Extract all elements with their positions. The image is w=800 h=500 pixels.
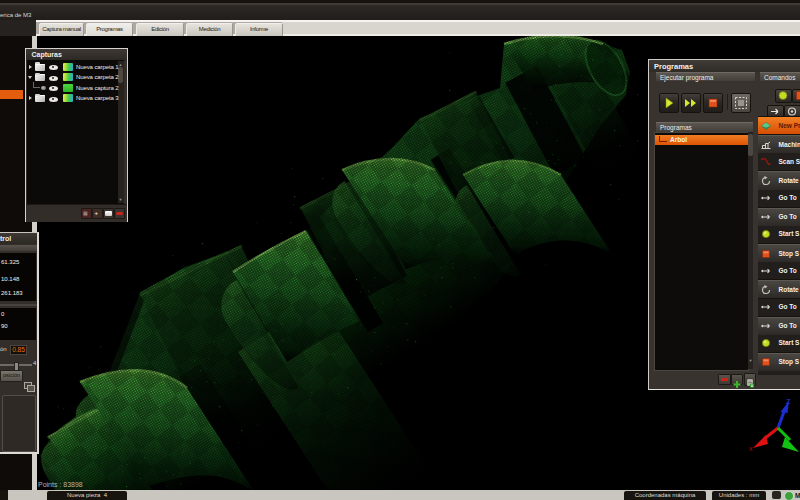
svg-text:x: x — [749, 445, 753, 452]
